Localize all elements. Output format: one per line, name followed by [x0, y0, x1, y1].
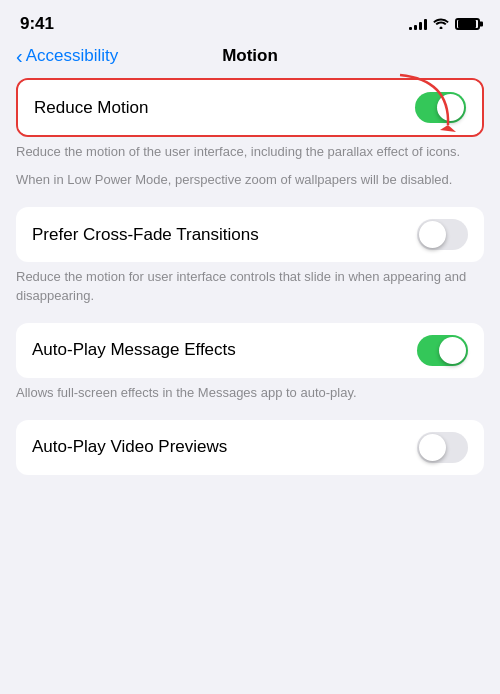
reduce-motion-description2: When in Low Power Mode, perspective zoom…: [0, 171, 500, 199]
toggle-thumb: [439, 337, 466, 364]
page-title: Motion: [222, 46, 278, 66]
cross-fade-group: Prefer Cross-Fade Transitions Reduce the…: [0, 207, 500, 314]
auto-play-messages-group: Auto-Play Message Effects Allows full-sc…: [0, 323, 500, 412]
auto-play-messages-toggle[interactable]: [417, 335, 468, 366]
toggle-thumb: [419, 221, 446, 248]
status-icons: [409, 17, 480, 32]
svg-marker-0: [440, 125, 456, 132]
status-bar: 9:41: [0, 0, 500, 42]
auto-play-messages-card: Auto-Play Message Effects: [16, 323, 484, 378]
auto-play-video-card: Auto-Play Video Previews: [16, 420, 484, 475]
auto-play-video-label: Auto-Play Video Previews: [32, 437, 227, 457]
auto-play-video-group: Auto-Play Video Previews: [0, 420, 500, 475]
cross-fade-card: Prefer Cross-Fade Transitions: [16, 207, 484, 262]
cross-fade-label: Prefer Cross-Fade Transitions: [32, 225, 259, 245]
auto-play-messages-row: Auto-Play Message Effects: [16, 323, 484, 378]
arrow-annotation: [390, 70, 470, 144]
cross-fade-toggle[interactable]: [417, 219, 468, 250]
nav-bar: ‹ Accessibility Motion: [0, 42, 500, 78]
auto-play-messages-description: Allows full-screen effects in the Messag…: [0, 378, 500, 412]
reduce-motion-label: Reduce Motion: [34, 98, 148, 118]
back-button[interactable]: ‹ Accessibility: [16, 46, 118, 66]
auto-play-video-row: Auto-Play Video Previews: [16, 420, 484, 475]
cross-fade-description: Reduce the motion for user interface con…: [0, 262, 500, 314]
back-label: Accessibility: [26, 46, 119, 66]
signal-bars-icon: [409, 18, 427, 30]
toggle-thumb: [419, 434, 446, 461]
status-time: 9:41: [20, 14, 54, 34]
cross-fade-row: Prefer Cross-Fade Transitions: [16, 207, 484, 262]
wifi-icon: [433, 17, 449, 32]
auto-play-video-toggle[interactable]: [417, 432, 468, 463]
back-chevron-icon: ‹: [16, 46, 23, 66]
battery-icon: [455, 18, 480, 30]
auto-play-messages-label: Auto-Play Message Effects: [32, 340, 236, 360]
